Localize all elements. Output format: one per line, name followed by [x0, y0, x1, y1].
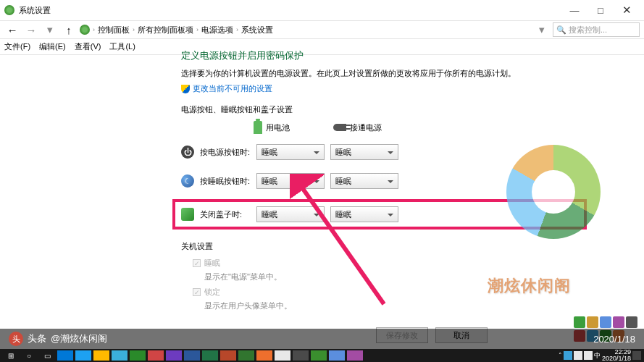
notification-button[interactable]: [632, 351, 641, 360]
breadcrumb-item[interactable]: 控制面板: [98, 25, 130, 35]
breadcrumb-item[interactable]: 电源选项: [201, 25, 233, 35]
taskbar-app[interactable]: [238, 350, 254, 361]
plug-icon: [333, 124, 346, 131]
taskbar-app[interactable]: [329, 350, 345, 361]
close-lid-plugged-select[interactable]: 睡眠: [330, 206, 398, 222]
tray-icon[interactable]: [564, 351, 572, 360]
search-button[interactable]: ○: [21, 350, 37, 361]
sleep-button-plugged-select[interactable]: 睡眠: [330, 173, 398, 189]
maximize-button[interactable]: □: [587, 1, 614, 19]
search-icon: 🔍: [556, 25, 566, 35]
close-lid-battery-select[interactable]: 睡眠: [256, 206, 325, 222]
breadcrumb-item[interactable]: 所有控制面板项: [138, 25, 193, 35]
tray-icon[interactable]: [574, 316, 585, 328]
taskbar-app[interactable]: [275, 350, 290, 361]
menu-view[interactable]: 查看(V): [75, 41, 101, 52]
section-power-buttons: 电源按钮、睡眠按钮和盖子设置: [181, 104, 587, 115]
power-button-icon: ⏻: [181, 146, 194, 159]
page-description: 选择要为你的计算机设置的电源设置。在此页上对设置所做的更改将应用于你所有的电源计…: [181, 68, 587, 79]
menu-tools[interactable]: 工具(L): [109, 41, 135, 52]
breadcrumb-sep: ›: [93, 26, 95, 33]
tray-volume-icon[interactable]: [584, 351, 593, 360]
sleep-button-icon: ☾: [181, 174, 194, 188]
taskbar-app[interactable]: [93, 350, 109, 361]
check-lock-sub: 显示在用户头像菜单中。: [204, 300, 587, 311]
menu-edit[interactable]: 编辑(E): [39, 41, 66, 52]
search-input[interactable]: 🔍 搜索控制...: [553, 22, 640, 37]
menu-file[interactable]: 文件(F): [4, 41, 30, 52]
nav-toolbar: ← → ▾ ↑ › 控制面板 › 所有控制面板项 › 电源选项 › 系统设置 ▾…: [0, 20, 644, 39]
taskbar-app[interactable]: [57, 350, 73, 361]
author-avatar: 头: [9, 332, 23, 346]
start-button[interactable]: ⊞: [3, 350, 19, 361]
tray-chevron-icon[interactable]: ˄: [559, 352, 562, 359]
tray-icon[interactable]: [626, 316, 637, 328]
tray-network-icon[interactable]: [574, 351, 582, 360]
tray-ime[interactable]: 中: [594, 351, 601, 361]
system-tray: ˄ 中 22:29 2020/1/18: [559, 349, 641, 362]
checkbox-icon[interactable]: ✓: [193, 259, 201, 267]
task-view-button[interactable]: ▭: [39, 350, 55, 361]
forward-button[interactable]: →: [23, 22, 39, 38]
back-button[interactable]: ←: [4, 22, 20, 38]
taskbar-app[interactable]: [75, 350, 91, 361]
caption-author: @潮炫休闲阁: [51, 332, 107, 345]
up-button[interactable]: ↑: [61, 22, 77, 38]
shield-icon: [181, 85, 190, 93]
location-icon: [80, 25, 90, 35]
change-unavailable-link[interactable]: 更改当前不可用的设置: [181, 83, 587, 94]
tray-icon[interactable]: [587, 316, 598, 328]
power-button-battery-select[interactable]: 睡眠: [256, 144, 325, 160]
caption-overlay: 头 头条 @潮炫休闲阁 2020/1/18: [0, 329, 644, 349]
caption-date: 2020/1/18: [593, 334, 635, 345]
tray-icon[interactable]: [600, 316, 611, 328]
taskbar-app[interactable]: [347, 350, 363, 361]
taskbar-app[interactable]: [130, 350, 146, 361]
taskbar-app[interactable]: [148, 350, 164, 361]
window-title: 系统设置: [19, 5, 561, 16]
power-button-plugged-select[interactable]: 睡眠: [330, 144, 398, 160]
battery-icon: [254, 121, 262, 134]
column-headers: 用电池 接通电源: [254, 121, 587, 134]
tray-icon[interactable]: [613, 316, 624, 328]
watermark: 潮炫休闲阁: [492, 145, 615, 268]
col-plugged: 接通电源: [333, 121, 382, 134]
taskbar-app[interactable]: [256, 350, 272, 361]
taskbar-app[interactable]: [293, 350, 309, 361]
checkbox-icon[interactable]: ✓: [193, 288, 201, 296]
breadcrumb[interactable]: › 控制面板 › 所有控制面板项 › 电源选项 › 系统设置: [93, 25, 531, 35]
lid-icon: [181, 208, 194, 221]
taskbar-app[interactable]: [112, 350, 127, 361]
taskbar: ⊞ ○ ▭ ˄ 中 22:29 2020/1/18: [0, 349, 644, 362]
history-dropdown[interactable]: ▾: [42, 22, 58, 38]
col-battery: 用电池: [254, 121, 290, 134]
window-titlebar: 系统设置 — □ ✕: [0, 0, 644, 20]
caption-source: 头条: [28, 332, 46, 345]
taskbar-clock[interactable]: 22:29 2020/1/18: [602, 349, 631, 362]
taskbar-app[interactable]: [184, 350, 200, 361]
taskbar-app[interactable]: [202, 350, 218, 361]
taskbar-app[interactable]: [220, 350, 236, 361]
minimize-button[interactable]: —: [561, 1, 587, 19]
taskbar-app[interactable]: [166, 350, 182, 361]
breadcrumb-dropdown[interactable]: ▾: [534, 22, 550, 38]
search-placeholder: 搜索控制...: [569, 25, 607, 35]
page-heading: 定义电源按钮并启用密码保护: [181, 49, 587, 62]
breadcrumb-item[interactable]: 系统设置: [241, 25, 273, 35]
close-button[interactable]: ✕: [614, 1, 640, 19]
sleep-button-battery-select[interactable]: 睡眠: [256, 173, 325, 189]
taskbar-app[interactable]: [311, 350, 327, 361]
app-icon: [4, 5, 14, 15]
